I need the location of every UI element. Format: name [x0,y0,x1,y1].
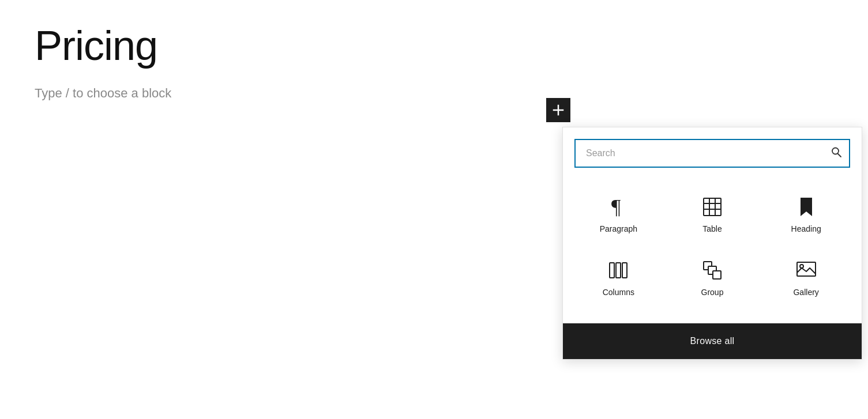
add-block-button[interactable] [546,98,570,122]
block-item-heading-label: Heading [791,224,821,233]
svg-rect-9 [616,263,621,278]
svg-text:¶: ¶ [611,197,621,217]
svg-rect-10 [622,263,627,278]
page-hint: Type / to choose a block [35,86,833,101]
block-item-columns-label: Columns [603,288,634,297]
block-item-gallery-label: Gallery [793,288,818,297]
block-grid: ¶ Paragraph Table [574,185,850,306]
svg-rect-13 [713,271,721,279]
block-picker-popup: ¶ Paragraph Table [562,127,862,360]
paragraph-icon: ¶ [608,197,629,217]
block-item-group-label: Group [701,288,724,297]
svg-rect-8 [610,263,614,278]
heading-icon [796,197,817,217]
table-icon [702,197,723,217]
search-icon-button[interactable] [831,146,842,161]
svg-rect-3 [704,198,721,216]
block-item-table-label: Table [702,224,722,233]
block-item-gallery[interactable]: Gallery [762,248,850,306]
block-item-group[interactable]: Group [668,248,757,306]
page-title: Pricing [35,23,833,69]
gallery-icon [796,260,817,281]
svg-point-15 [800,265,803,268]
block-item-heading[interactable]: Heading [762,185,850,243]
columns-icon [608,260,629,281]
group-icon [702,260,723,281]
block-item-paragraph-label: Paragraph [600,224,637,233]
search-icon [831,149,842,160]
browse-all-button[interactable]: Browse all [563,323,862,359]
block-item-columns[interactable]: Columns [574,248,663,306]
search-input[interactable] [574,139,850,168]
block-item-paragraph[interactable]: ¶ Paragraph [574,185,663,243]
svg-line-1 [838,154,841,157]
block-item-table[interactable]: Table [668,185,757,243]
search-container [574,139,850,168]
